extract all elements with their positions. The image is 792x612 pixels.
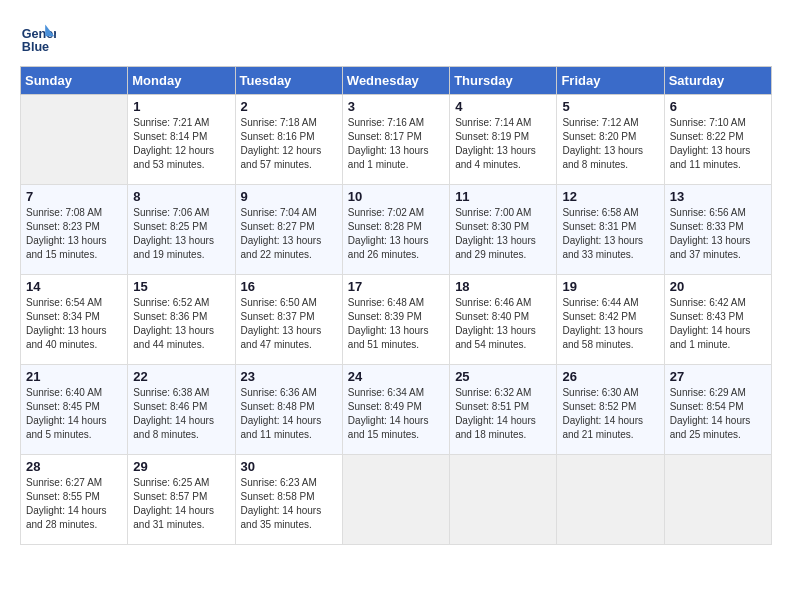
calendar-cell: 20Sunrise: 6:42 AMSunset: 8:43 PMDayligh… — [664, 275, 771, 365]
day-number: 8 — [133, 189, 229, 204]
calendar-cell: 29Sunrise: 6:25 AMSunset: 8:57 PMDayligh… — [128, 455, 235, 545]
calendar-cell: 5Sunrise: 7:12 AMSunset: 8:20 PMDaylight… — [557, 95, 664, 185]
day-info: Sunrise: 6:46 AMSunset: 8:40 PMDaylight:… — [455, 296, 551, 352]
col-header-monday: Monday — [128, 67, 235, 95]
calendar-cell: 7Sunrise: 7:08 AMSunset: 8:23 PMDaylight… — [21, 185, 128, 275]
week-row-4: 28Sunrise: 6:27 AMSunset: 8:55 PMDayligh… — [21, 455, 772, 545]
day-number: 12 — [562, 189, 658, 204]
day-info: Sunrise: 7:00 AMSunset: 8:30 PMDaylight:… — [455, 206, 551, 262]
calendar-cell: 27Sunrise: 6:29 AMSunset: 8:54 PMDayligh… — [664, 365, 771, 455]
calendar-cell — [21, 95, 128, 185]
calendar-cell: 6Sunrise: 7:10 AMSunset: 8:22 PMDaylight… — [664, 95, 771, 185]
day-info: Sunrise: 6:30 AMSunset: 8:52 PMDaylight:… — [562, 386, 658, 442]
calendar-cell: 1Sunrise: 7:21 AMSunset: 8:14 PMDaylight… — [128, 95, 235, 185]
day-number: 22 — [133, 369, 229, 384]
day-info: Sunrise: 6:50 AMSunset: 8:37 PMDaylight:… — [241, 296, 337, 352]
day-info: Sunrise: 7:04 AMSunset: 8:27 PMDaylight:… — [241, 206, 337, 262]
day-info: Sunrise: 7:12 AMSunset: 8:20 PMDaylight:… — [562, 116, 658, 172]
day-number: 19 — [562, 279, 658, 294]
day-number: 11 — [455, 189, 551, 204]
col-header-wednesday: Wednesday — [342, 67, 449, 95]
day-number: 13 — [670, 189, 766, 204]
day-number: 18 — [455, 279, 551, 294]
day-info: Sunrise: 7:21 AMSunset: 8:14 PMDaylight:… — [133, 116, 229, 172]
day-number: 23 — [241, 369, 337, 384]
calendar-header-row: SundayMondayTuesdayWednesdayThursdayFrid… — [21, 67, 772, 95]
calendar-cell: 25Sunrise: 6:32 AMSunset: 8:51 PMDayligh… — [450, 365, 557, 455]
day-info: Sunrise: 7:06 AMSunset: 8:25 PMDaylight:… — [133, 206, 229, 262]
day-info: Sunrise: 6:25 AMSunset: 8:57 PMDaylight:… — [133, 476, 229, 532]
day-info: Sunrise: 6:34 AMSunset: 8:49 PMDaylight:… — [348, 386, 444, 442]
calendar-cell: 10Sunrise: 7:02 AMSunset: 8:28 PMDayligh… — [342, 185, 449, 275]
day-info: Sunrise: 6:36 AMSunset: 8:48 PMDaylight:… — [241, 386, 337, 442]
day-number: 3 — [348, 99, 444, 114]
calendar-cell: 8Sunrise: 7:06 AMSunset: 8:25 PMDaylight… — [128, 185, 235, 275]
day-number: 29 — [133, 459, 229, 474]
day-number: 16 — [241, 279, 337, 294]
day-number: 15 — [133, 279, 229, 294]
day-number: 28 — [26, 459, 122, 474]
calendar-cell: 28Sunrise: 6:27 AMSunset: 8:55 PMDayligh… — [21, 455, 128, 545]
calendar-cell: 11Sunrise: 7:00 AMSunset: 8:30 PMDayligh… — [450, 185, 557, 275]
day-number: 24 — [348, 369, 444, 384]
svg-text:Blue: Blue — [22, 40, 49, 54]
day-info: Sunrise: 6:52 AMSunset: 8:36 PMDaylight:… — [133, 296, 229, 352]
calendar-cell: 16Sunrise: 6:50 AMSunset: 8:37 PMDayligh… — [235, 275, 342, 365]
day-info: Sunrise: 7:10 AMSunset: 8:22 PMDaylight:… — [670, 116, 766, 172]
day-info: Sunrise: 6:56 AMSunset: 8:33 PMDaylight:… — [670, 206, 766, 262]
calendar-cell: 9Sunrise: 7:04 AMSunset: 8:27 PMDaylight… — [235, 185, 342, 275]
calendar-cell — [664, 455, 771, 545]
col-header-tuesday: Tuesday — [235, 67, 342, 95]
day-number: 5 — [562, 99, 658, 114]
day-info: Sunrise: 7:08 AMSunset: 8:23 PMDaylight:… — [26, 206, 122, 262]
day-number: 20 — [670, 279, 766, 294]
day-number: 17 — [348, 279, 444, 294]
day-number: 4 — [455, 99, 551, 114]
calendar-cell: 23Sunrise: 6:36 AMSunset: 8:48 PMDayligh… — [235, 365, 342, 455]
day-info: Sunrise: 7:16 AMSunset: 8:17 PMDaylight:… — [348, 116, 444, 172]
col-header-thursday: Thursday — [450, 67, 557, 95]
day-info: Sunrise: 6:23 AMSunset: 8:58 PMDaylight:… — [241, 476, 337, 532]
calendar-cell: 2Sunrise: 7:18 AMSunset: 8:16 PMDaylight… — [235, 95, 342, 185]
day-info: Sunrise: 6:42 AMSunset: 8:43 PMDaylight:… — [670, 296, 766, 352]
calendar-cell: 4Sunrise: 7:14 AMSunset: 8:19 PMDaylight… — [450, 95, 557, 185]
day-info: Sunrise: 6:38 AMSunset: 8:46 PMDaylight:… — [133, 386, 229, 442]
day-number: 27 — [670, 369, 766, 384]
day-info: Sunrise: 7:02 AMSunset: 8:28 PMDaylight:… — [348, 206, 444, 262]
day-number: 2 — [241, 99, 337, 114]
week-row-0: 1Sunrise: 7:21 AMSunset: 8:14 PMDaylight… — [21, 95, 772, 185]
calendar-cell: 15Sunrise: 6:52 AMSunset: 8:36 PMDayligh… — [128, 275, 235, 365]
calendar-cell — [450, 455, 557, 545]
calendar-cell — [557, 455, 664, 545]
calendar-cell: 24Sunrise: 6:34 AMSunset: 8:49 PMDayligh… — [342, 365, 449, 455]
week-row-3: 21Sunrise: 6:40 AMSunset: 8:45 PMDayligh… — [21, 365, 772, 455]
day-info: Sunrise: 6:29 AMSunset: 8:54 PMDaylight:… — [670, 386, 766, 442]
day-info: Sunrise: 6:48 AMSunset: 8:39 PMDaylight:… — [348, 296, 444, 352]
day-info: Sunrise: 6:40 AMSunset: 8:45 PMDaylight:… — [26, 386, 122, 442]
calendar-cell: 13Sunrise: 6:56 AMSunset: 8:33 PMDayligh… — [664, 185, 771, 275]
day-number: 7 — [26, 189, 122, 204]
calendar-cell: 18Sunrise: 6:46 AMSunset: 8:40 PMDayligh… — [450, 275, 557, 365]
col-header-sunday: Sunday — [21, 67, 128, 95]
day-number: 9 — [241, 189, 337, 204]
calendar-cell: 3Sunrise: 7:16 AMSunset: 8:17 PMDaylight… — [342, 95, 449, 185]
day-info: Sunrise: 6:27 AMSunset: 8:55 PMDaylight:… — [26, 476, 122, 532]
calendar-cell: 14Sunrise: 6:54 AMSunset: 8:34 PMDayligh… — [21, 275, 128, 365]
week-row-1: 7Sunrise: 7:08 AMSunset: 8:23 PMDaylight… — [21, 185, 772, 275]
day-info: Sunrise: 6:44 AMSunset: 8:42 PMDaylight:… — [562, 296, 658, 352]
col-header-friday: Friday — [557, 67, 664, 95]
day-info: Sunrise: 7:14 AMSunset: 8:19 PMDaylight:… — [455, 116, 551, 172]
day-info: Sunrise: 7:18 AMSunset: 8:16 PMDaylight:… — [241, 116, 337, 172]
logo: General Blue — [20, 20, 60, 56]
day-info: Sunrise: 6:58 AMSunset: 8:31 PMDaylight:… — [562, 206, 658, 262]
day-number: 26 — [562, 369, 658, 384]
day-number: 1 — [133, 99, 229, 114]
day-number: 14 — [26, 279, 122, 294]
day-number: 6 — [670, 99, 766, 114]
calendar-cell: 21Sunrise: 6:40 AMSunset: 8:45 PMDayligh… — [21, 365, 128, 455]
calendar-cell: 12Sunrise: 6:58 AMSunset: 8:31 PMDayligh… — [557, 185, 664, 275]
calendar-cell: 26Sunrise: 6:30 AMSunset: 8:52 PMDayligh… — [557, 365, 664, 455]
day-number: 30 — [241, 459, 337, 474]
calendar-cell: 22Sunrise: 6:38 AMSunset: 8:46 PMDayligh… — [128, 365, 235, 455]
day-number: 25 — [455, 369, 551, 384]
